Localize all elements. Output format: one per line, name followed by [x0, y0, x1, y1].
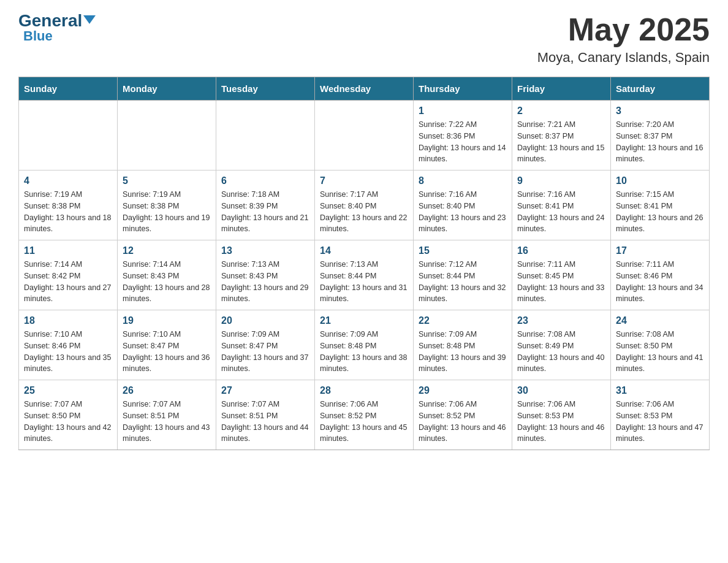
- day-info: Sunrise: 7:06 AMSunset: 8:52 PMDaylight:…: [419, 399, 507, 445]
- day-info: Sunrise: 7:19 AMSunset: 8:38 PMDaylight:…: [24, 189, 112, 235]
- header-friday: Friday: [512, 77, 611, 101]
- day-number: 17: [616, 245, 704, 256]
- day-number: 29: [419, 385, 507, 396]
- day-number: 21: [320, 315, 408, 326]
- header-row: Sunday Monday Tuesday Wednesday Thursday…: [19, 77, 710, 101]
- day-number: 19: [123, 315, 211, 326]
- table-row: 22Sunrise: 7:09 AMSunset: 8:48 PMDayligh…: [414, 310, 512, 380]
- table-row: 7Sunrise: 7:17 AMSunset: 8:40 PMDaylight…: [315, 170, 414, 240]
- day-number: 28: [320, 385, 408, 396]
- day-number: 16: [517, 245, 605, 256]
- day-number: 25: [24, 385, 112, 396]
- table-row: 2Sunrise: 7:21 AMSunset: 8:37 PMDaylight…: [512, 101, 611, 170]
- table-row: 12Sunrise: 7:14 AMSunset: 8:43 PMDayligh…: [118, 240, 216, 310]
- calendar-table: Sunday Monday Tuesday Wednesday Thursday…: [18, 77, 710, 450]
- day-info: Sunrise: 7:19 AMSunset: 8:38 PMDaylight:…: [123, 189, 211, 235]
- day-number: 4: [24, 175, 112, 186]
- calendar-week-row: 25Sunrise: 7:07 AMSunset: 8:50 PMDayligh…: [19, 380, 710, 450]
- logo-blue-label: Blue: [23, 28, 53, 44]
- day-number: 9: [517, 175, 605, 186]
- day-number: 10: [616, 175, 704, 186]
- table-row: 1Sunrise: 7:22 AMSunset: 8:36 PMDaylight…: [414, 101, 512, 170]
- table-row: 17Sunrise: 7:11 AMSunset: 8:46 PMDayligh…: [611, 240, 710, 310]
- table-row: 18Sunrise: 7:10 AMSunset: 8:46 PMDayligh…: [19, 310, 118, 380]
- table-row: [19, 101, 118, 170]
- logo-triangle-icon: [83, 15, 96, 24]
- table-row: [315, 101, 414, 170]
- table-row: 26Sunrise: 7:07 AMSunset: 8:51 PMDayligh…: [118, 380, 216, 450]
- day-info: Sunrise: 7:15 AMSunset: 8:41 PMDaylight:…: [616, 189, 704, 235]
- table-row: 13Sunrise: 7:13 AMSunset: 8:43 PMDayligh…: [216, 240, 315, 310]
- day-info: Sunrise: 7:11 AMSunset: 8:45 PMDaylight:…: [517, 259, 605, 305]
- table-row: 6Sunrise: 7:18 AMSunset: 8:39 PMDaylight…: [216, 170, 315, 240]
- table-row: 21Sunrise: 7:09 AMSunset: 8:48 PMDayligh…: [315, 310, 414, 380]
- day-number: 1: [419, 105, 507, 117]
- day-number: 22: [419, 315, 507, 326]
- day-info: Sunrise: 7:06 AMSunset: 8:52 PMDaylight:…: [320, 399, 408, 445]
- day-number: 12: [123, 245, 211, 256]
- day-number: 15: [419, 245, 507, 256]
- day-info: Sunrise: 7:11 AMSunset: 8:46 PMDaylight:…: [616, 259, 704, 305]
- day-info: Sunrise: 7:08 AMSunset: 8:50 PMDaylight:…: [616, 329, 704, 375]
- calendar-header: Sunday Monday Tuesday Wednesday Thursday…: [19, 77, 710, 101]
- table-row: [118, 101, 216, 170]
- page-header: General Blue May 2025 Moya, Canary Islan…: [18, 12, 710, 66]
- table-row: 30Sunrise: 7:06 AMSunset: 8:53 PMDayligh…: [512, 380, 611, 450]
- day-number: 23: [517, 315, 605, 326]
- day-info: Sunrise: 7:12 AMSunset: 8:44 PMDaylight:…: [419, 259, 507, 305]
- day-info: Sunrise: 7:10 AMSunset: 8:47 PMDaylight:…: [123, 329, 211, 375]
- day-info: Sunrise: 7:22 AMSunset: 8:36 PMDaylight:…: [419, 119, 507, 165]
- calendar-subtitle: Moya, Canary Islands, Spain: [537, 50, 710, 66]
- header-tuesday: Tuesday: [216, 77, 315, 101]
- day-info: Sunrise: 7:21 AMSunset: 8:37 PMDaylight:…: [517, 119, 605, 165]
- day-info: Sunrise: 7:06 AMSunset: 8:53 PMDaylight:…: [517, 399, 605, 445]
- logo-general-label: General: [18, 11, 82, 30]
- day-number: 7: [320, 175, 408, 186]
- table-row: 20Sunrise: 7:09 AMSunset: 8:47 PMDayligh…: [216, 310, 315, 380]
- day-number: 18: [24, 315, 112, 326]
- table-row: 5Sunrise: 7:19 AMSunset: 8:38 PMDaylight…: [118, 170, 216, 240]
- table-row: [216, 101, 315, 170]
- day-info: Sunrise: 7:16 AMSunset: 8:40 PMDaylight:…: [419, 189, 507, 235]
- day-number: 13: [221, 245, 309, 256]
- table-row: 16Sunrise: 7:11 AMSunset: 8:45 PMDayligh…: [512, 240, 611, 310]
- table-row: 14Sunrise: 7:13 AMSunset: 8:44 PMDayligh…: [315, 240, 414, 310]
- day-number: 14: [320, 245, 408, 256]
- day-number: 11: [24, 245, 112, 256]
- day-number: 8: [419, 175, 507, 186]
- logo-general-text: General: [18, 12, 96, 29]
- calendar-week-row: 11Sunrise: 7:14 AMSunset: 8:42 PMDayligh…: [19, 240, 710, 310]
- day-number: 3: [616, 105, 704, 117]
- table-row: 25Sunrise: 7:07 AMSunset: 8:50 PMDayligh…: [19, 380, 118, 450]
- day-info: Sunrise: 7:13 AMSunset: 8:43 PMDaylight:…: [221, 259, 309, 305]
- day-number: 2: [517, 105, 605, 117]
- header-thursday: Thursday: [414, 77, 512, 101]
- day-number: 26: [123, 385, 211, 396]
- calendar-title: May 2025: [537, 12, 710, 47]
- table-row: 10Sunrise: 7:15 AMSunset: 8:41 PMDayligh…: [611, 170, 710, 240]
- day-number: 5: [123, 175, 211, 186]
- table-row: 27Sunrise: 7:07 AMSunset: 8:51 PMDayligh…: [216, 380, 315, 450]
- calendar-week-row: 1Sunrise: 7:22 AMSunset: 8:36 PMDaylight…: [19, 101, 710, 170]
- table-row: 15Sunrise: 7:12 AMSunset: 8:44 PMDayligh…: [414, 240, 512, 310]
- day-info: Sunrise: 7:09 AMSunset: 8:47 PMDaylight:…: [221, 329, 309, 375]
- table-row: 3Sunrise: 7:20 AMSunset: 8:37 PMDaylight…: [611, 101, 710, 170]
- day-info: Sunrise: 7:09 AMSunset: 8:48 PMDaylight:…: [419, 329, 507, 375]
- day-info: Sunrise: 7:17 AMSunset: 8:40 PMDaylight:…: [320, 189, 408, 235]
- day-info: Sunrise: 7:07 AMSunset: 8:51 PMDaylight:…: [123, 399, 211, 445]
- day-number: 27: [221, 385, 309, 396]
- table-row: 8Sunrise: 7:16 AMSunset: 8:40 PMDaylight…: [414, 170, 512, 240]
- table-row: 29Sunrise: 7:06 AMSunset: 8:52 PMDayligh…: [414, 380, 512, 450]
- logo: General Blue: [18, 12, 96, 44]
- table-row: 11Sunrise: 7:14 AMSunset: 8:42 PMDayligh…: [19, 240, 118, 310]
- day-number: 24: [616, 315, 704, 326]
- header-saturday: Saturday: [611, 77, 710, 101]
- day-info: Sunrise: 7:10 AMSunset: 8:46 PMDaylight:…: [24, 329, 112, 375]
- day-info: Sunrise: 7:13 AMSunset: 8:44 PMDaylight:…: [320, 259, 408, 305]
- header-wednesday: Wednesday: [315, 77, 414, 101]
- header-sunday: Sunday: [19, 77, 118, 101]
- day-info: Sunrise: 7:16 AMSunset: 8:41 PMDaylight:…: [517, 189, 605, 235]
- table-row: 4Sunrise: 7:19 AMSunset: 8:38 PMDaylight…: [19, 170, 118, 240]
- day-number: 20: [221, 315, 309, 326]
- day-number: 31: [616, 385, 704, 396]
